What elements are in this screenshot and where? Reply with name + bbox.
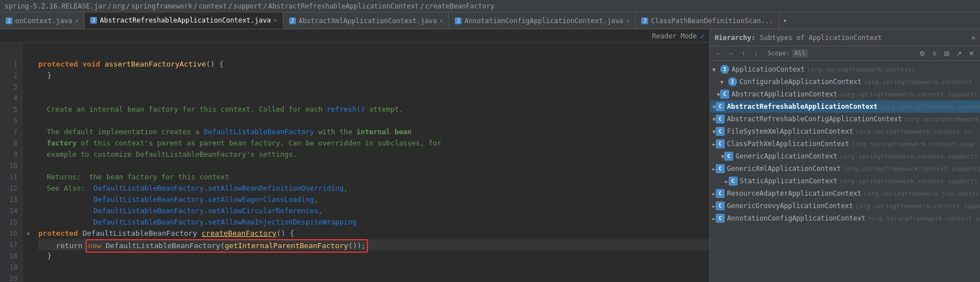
tree-node-pkg: (org.springframework.context.conte... — [904, 116, 980, 123]
tab-icon: J — [90, 17, 97, 24]
tab-overflow[interactable]: ▾ — [779, 12, 791, 29]
tree-node-pkg: (org.springframework.context.su... — [855, 128, 980, 135]
code-line — [38, 81, 709, 92]
down-button[interactable]: ↓ — [751, 49, 761, 59]
gutter: ⚡ — [23, 43, 34, 282]
class-icon: C — [716, 201, 725, 210]
tree-item-annotationconfigapplicationcontext[interactable]: ► C AnnotationConfigApplicationContext (… — [710, 212, 980, 224]
tree-item-abstractapplicationcontext[interactable]: ▼ C AbstractApplicationContext (org.spri… — [710, 88, 980, 100]
tree-item-applicationcontext[interactable]: ▼ I ApplicationContext (org.springframew… — [710, 63, 980, 76]
code-editor: 1 2 3 4 5 6 7 8 9 10 11 12 13 14 15 16 1… — [0, 43, 709, 282]
expand-arrow[interactable]: ► — [725, 178, 729, 184]
tree-node-name: GenericGroovyApplicationContext — [727, 202, 853, 210]
expand-arrow[interactable]: ▼ — [720, 79, 728, 85]
reader-mode-bar: Reader Mode ✓ — [0, 29, 709, 43]
tab-abstractxml[interactable]: J AbstractXmlApplicationContext.java ✕ — [283, 12, 450, 29]
tree-node-pkg: (org.springframework.context.supp... — [852, 140, 980, 148]
tree-node-name: AnnotationConfigApplicationContext — [727, 214, 866, 222]
breadcrumb-item[interactable]: spring-5.2.16.RELEASE.jar — [5, 2, 107, 10]
code-line-doc — [38, 115, 709, 126]
editor-area: Reader Mode ✓ 1 2 3 4 5 6 7 8 9 10 11 12… — [0, 29, 709, 282]
tab-annotationconfig[interactable]: J AnnotationConfigApplicationContext.jav… — [449, 12, 636, 29]
scope-value[interactable]: All — [792, 49, 808, 58]
reader-mode-toggle[interactable]: ✓ — [700, 32, 705, 41]
tree-node-pkg: (org.springframework.context.support) — [840, 153, 978, 160]
close-icon[interactable]: ✕ — [274, 17, 277, 23]
line-numbers: 1 2 3 4 5 6 7 8 9 10 11 12 13 14 15 16 1… — [0, 43, 23, 282]
tree-node-name: GenericApplicationContext — [735, 152, 837, 160]
tree-node-name: ConfigurableApplicationContext — [739, 78, 862, 86]
tree-node-pkg: (org.springframework.context.suppo... — [880, 103, 980, 111]
menu-button[interactable]: ≡ — [929, 49, 939, 59]
code-content: protected void assertBeanFactoryActive()… — [34, 43, 709, 282]
tree-item-configurableapplicationcontext[interactable]: ▼ I ConfigurableApplicationContext (org.… — [710, 76, 980, 88]
code-line-doc: Create an internal bean factory for this… — [38, 104, 709, 115]
close-icon[interactable]: ✕ — [626, 17, 629, 24]
code-line: protected void assertBeanFactoryActive()… — [38, 59, 709, 70]
code-line-doc: example to customize DefaultListableBean… — [38, 149, 709, 160]
tab-label: AnnotationConfigApplicationContext.java — [464, 17, 623, 25]
settings-button[interactable]: ⚙ — [917, 49, 927, 59]
tab-oncontext[interactable]: J onContext.java ✕ — [0, 12, 85, 29]
code-line-doc: DefaultListableBeanFactory.setAllowCircu… — [38, 205, 709, 217]
breadcrumb-item[interactable]: support — [233, 2, 262, 10]
up-button[interactable]: ↑ — [738, 49, 748, 59]
tab-icon: J — [6, 17, 12, 24]
close-button[interactable]: ✕ — [966, 49, 977, 59]
tree-node-name: GenericXmlApplicationContext — [727, 165, 841, 173]
tree-item-abstractrefreshableapplicationcontext[interactable]: ▼ C AbstractRefreshableApplicationContex… — [710, 100, 980, 113]
code-line — [38, 47, 709, 59]
tree-item-staticapplicationcontext[interactable]: ► C StaticApplicationContext (org.spring… — [710, 175, 980, 187]
class-icon: C — [716, 189, 725, 198]
expand-button[interactable]: ⊞ — [942, 49, 952, 59]
breadcrumb-item[interactable]: context — [198, 2, 227, 10]
code-line-method: protected DefaultListableBeanFactory cre… — [38, 228, 709, 239]
tab-icon: J — [641, 17, 648, 24]
close-icon[interactable]: ✕ — [75, 17, 78, 24]
breadcrumb-item[interactable]: AbstractRefreshableApplicationContext — [268, 2, 419, 10]
tab-icon: J — [289, 17, 296, 24]
hierarchy-subtitle: Subtypes of ApplicationContext — [760, 34, 882, 42]
tab-abstractrefreshable[interactable]: J AbstractRefreshableApplicationContext.… — [85, 12, 283, 29]
code-line-doc: factory of this context's parent as pare… — [38, 138, 709, 149]
tree-item-filesystemxmlapplicationcontext[interactable]: ▼ C FileSystemXmlApplicationContext (org… — [710, 125, 980, 138]
class-icon: C — [716, 114, 725, 124]
tree-item-resourceadapterapplicationcontext[interactable]: ► C ResourceAdapterApplicationContext (o… — [710, 187, 980, 200]
tree-item-genericgroovyapplicationcontext[interactable]: ► C GenericGroovyApplicationContext (org… — [710, 200, 980, 212]
reader-mode-label: Reader Mode — [652, 32, 697, 40]
external-link-button[interactable]: ↗ — [954, 49, 964, 59]
tree-node-pkg: (org.springframework.context.support) — [843, 165, 980, 173]
breadcrumb-item[interactable]: springframework — [131, 2, 192, 10]
tree-item-genericxmlapplicationcontext[interactable]: ► C GenericXmlApplicationContext (org.sp… — [710, 162, 980, 175]
class-icon: C — [716, 214, 725, 223]
hierarchy-title-label: Hierarchy: — [715, 34, 755, 42]
tree-node-name: ResourceAdapterApplicationContext — [727, 190, 861, 197]
class-icon: C — [716, 139, 725, 148]
close-icon[interactable]: ✕ — [440, 17, 443, 24]
tree-node-name: AbstractApplicationContext — [731, 90, 837, 98]
tab-classpathbean[interactable]: J ClassPathBeanDefinitionScan... — [636, 12, 779, 29]
forward-button[interactable]: → — [726, 49, 736, 59]
class-icon: C — [716, 127, 725, 136]
expand-arrow[interactable]: ▼ — [712, 67, 720, 73]
tree-node-name: ApplicationContext — [731, 65, 805, 73]
code-line-doc: The default implementation creates a Def… — [38, 126, 709, 138]
scope-label: Scope: — [768, 50, 790, 57]
code-line-doc: Returns: the bean factory for this conte… — [38, 171, 709, 183]
tree-node-pkg: (org.springframework.context.support) — [840, 91, 978, 98]
tab-icon: J — [455, 17, 462, 24]
close-hierarchy-icon[interactable]: ✕ — [972, 34, 975, 42]
tree-node-pkg: (org.springframework.context.annota... — [868, 215, 980, 222]
tree-item-genericapplicationcontext[interactable]: ▼ C GenericApplicationContext (org.sprin… — [710, 150, 980, 162]
tree-item-classpathxmlapplicationcontext[interactable]: ► C ClassPathXmlApplicationContext (org.… — [710, 138, 980, 150]
tree-node-name: AbstractRefreshableConfigApplicationCont… — [727, 115, 902, 123]
tree-item-abstractrefreshableconfigapplicationcontext[interactable]: ▼ C AbstractRefreshableConfigApplication… — [710, 113, 980, 125]
breadcrumb-item[interactable]: createBeanFactory — [425, 2, 495, 10]
tab-label: onContext.java — [15, 17, 72, 25]
tab-label: ClassPathBeanDefinitionScan... — [651, 17, 773, 25]
class-icon: C — [716, 164, 725, 173]
back-button[interactable]: ← — [713, 49, 724, 59]
class-icon: C — [724, 152, 733, 161]
breadcrumb-item[interactable]: org — [113, 2, 125, 10]
tree-node-name: AbstractRefreshableApplicationContext — [727, 103, 877, 111]
